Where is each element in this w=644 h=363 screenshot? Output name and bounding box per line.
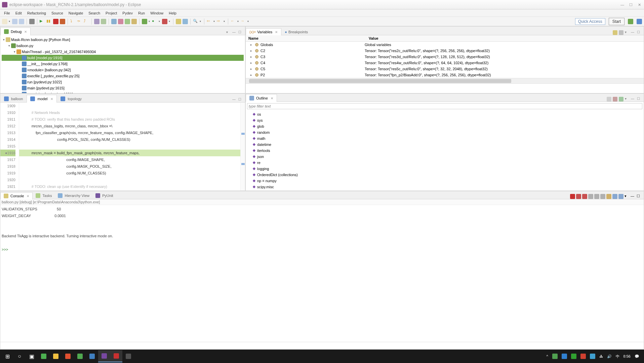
tray-up-icon[interactable]: ^ [546,354,548,358]
stack-frame[interactable]: build [model.py:1916] [2,55,244,61]
app-other[interactable] [122,350,134,362]
app-chrome[interactable] [38,350,50,362]
next-annot-icon[interactable]: ⇨ [217,19,222,24]
step-filters-icon[interactable] [101,19,106,24]
menu-project[interactable]: Project [103,10,120,16]
new-icon[interactable] [2,19,7,24]
outline-item[interactable]: np = numpy [248,178,642,184]
view-menu-icon[interactable]: ▾ [625,97,630,102]
bottom-tab-console[interactable]: Console✕ [0,192,33,199]
outline-item[interactable]: random [248,129,642,135]
twistie-icon[interactable]: ▸ [249,72,253,78]
breakpoints-tab[interactable]: ● Breakpoints [281,29,311,35]
twistie-icon[interactable]: ▸ [249,60,253,66]
close-icon[interactable]: ✕ [24,30,27,34]
close-icon[interactable]: ✕ [27,194,29,198]
step-into-icon[interactable]: ⤵ [70,19,76,24]
bottom-tab-pyunit[interactable]: PyUnit [92,192,116,199]
show-type-icon[interactable] [613,30,617,35]
step-over-icon[interactable]: ⤼ [77,19,82,24]
disconnect-icon[interactable] [60,19,65,24]
code-area[interactable]: # Network Heads # TODO: verify that this… [19,103,240,191]
console-input[interactable] [0,342,644,349]
resume-icon[interactable]: ▶ [40,19,45,24]
close-button[interactable]: ✕ [638,3,642,7]
maximize-view-icon[interactable]: ☐ [637,30,642,35]
save-icon[interactable] [12,19,17,24]
name-column-header[interactable]: Name [246,35,366,41]
twistie-icon[interactable]: ▸ [249,48,253,54]
app-notepad[interactable] [74,350,86,362]
hide-static-icon[interactable] [619,97,623,102]
maximize-view-icon[interactable]: ☐ [637,97,642,102]
quick-access-field[interactable]: Quick Access [575,18,605,25]
stack-frame[interactable]: main [pydevd.py:1615] [2,85,244,91]
remove-all-icon[interactable] [582,194,587,199]
outline-item[interactable]: datetime [248,142,642,148]
outline-item[interactable]: sys [248,117,642,123]
twistie-icon[interactable]: ▾ [12,49,16,55]
stack-frame[interactable]: ▾ Mask-Rcnn balloon.py [Python Run] [2,37,244,43]
minimize-view-icon[interactable]: — [631,97,636,102]
app-explorer[interactable] [50,350,62,362]
editor-body[interactable]: 1909191019111912191319141915●19161917191… [0,103,245,191]
terminate-console-icon[interactable] [570,194,575,199]
menu-file[interactable]: File [1,10,13,16]
maximize-view-icon[interactable]: ☐ [238,30,243,35]
outline-item[interactable]: OrderedDict (collections) [248,172,642,178]
bottom-tab-tasks[interactable]: Tasks [33,192,55,199]
tray-app-5-icon[interactable] [590,354,595,359]
stack-frame[interactable]: <module> [balloon.py:342] [2,67,244,73]
stack-frame[interactable]: ▾ MainThread - pid_15372_id_216746749930… [2,49,244,55]
stack-frame[interactable]: ▾ balloon.py [2,43,244,49]
variable-row[interactable]: ▸GlobalsGlobal variables [246,42,644,48]
twistie-icon[interactable]: ▾ [7,43,11,49]
ext-tools-icon[interactable] [162,19,167,24]
minimize-button[interactable]: — [620,3,625,7]
editor-tab-balloon[interactable]: balloon [0,95,27,103]
line-gutter[interactable]: 1909191019111912191319141915●19161917191… [0,103,19,191]
app-terminal[interactable] [110,350,122,362]
menu-source[interactable]: Source [49,10,66,16]
outline-item[interactable]: math [248,135,642,142]
open-type-icon[interactable] [183,19,188,24]
menu-navigate[interactable]: Navigate [66,10,86,16]
minimize-view-icon[interactable]: — [631,194,636,199]
collapse-all-icon[interactable] [619,30,623,35]
maximize-button[interactable]: ☐ [629,3,633,7]
menu-edit[interactable]: Edit [13,10,25,16]
menu-window[interactable]: Window [148,10,166,16]
tray-app-4-icon[interactable] [580,354,586,359]
back-icon[interactable]: ← [231,19,236,24]
outline-item[interactable]: re [248,160,642,166]
app-store[interactable] [62,350,74,362]
minimize-view-icon[interactable]: — [232,30,237,35]
run-launch-icon[interactable]: ● [152,19,157,24]
variable-row[interactable]: ▸C4Tensor: Tensor("res4w_out/Relu:0", sh… [246,60,644,66]
network-icon[interactable]: 🖧 [599,354,603,358]
maximize-view-icon[interactable]: ☐ [637,194,642,199]
tool-2-icon[interactable] [118,19,123,24]
tool-1-icon[interactable] [111,19,117,24]
close-icon[interactable]: ✕ [271,96,273,100]
debug-tree[interactable]: ▾ Mask-Rcnn balloon.py [Python Run]▾ bal… [2,37,244,93]
console-output[interactable]: VALIDATION_STEPS 50WEIGHT_DECAY 0.0001 B… [0,205,644,342]
forward-icon[interactable]: → [241,19,246,24]
overview-ruler[interactable] [240,103,245,191]
drop-frame-icon[interactable] [94,19,99,24]
menu-help[interactable]: Help [166,10,179,16]
twistie-icon[interactable]: ▾ [2,37,6,43]
ime-icon[interactable]: 中 [616,354,619,359]
outline-item[interactable]: scipy.misc [248,184,642,190]
tool-4-icon[interactable] [131,19,137,24]
menu-pydev[interactable]: Pydev [120,10,135,16]
save-all-icon[interactable] [19,19,24,24]
variable-row[interactable]: ▸P2Tensor: Tensor("fpn_p2/BiasAdd:0", sh… [246,72,644,78]
app-photos[interactable] [86,350,98,362]
debug-perspective-icon[interactable] [628,19,633,24]
system-tray[interactable]: ^ 🖧 🔊 中 8:56 💬 [546,354,643,359]
sort-icon[interactable] [607,97,611,102]
tool-3-icon[interactable] [125,19,130,24]
outline-item[interactable]: os [248,111,642,117]
app-eclipse[interactable] [98,350,110,362]
